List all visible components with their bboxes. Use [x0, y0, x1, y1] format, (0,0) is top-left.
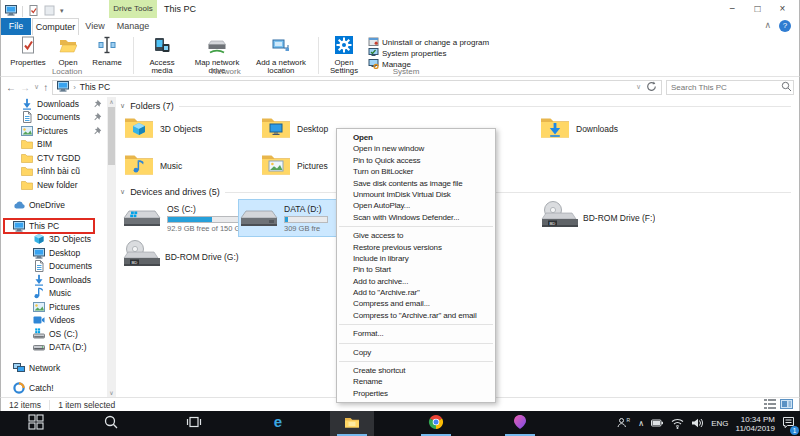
people-icon[interactable]: R — [617, 415, 631, 433]
action-center-icon[interactable]: 1 — [782, 415, 795, 433]
window-controls: −□× — [720, 0, 795, 18]
context-menu-item-open[interactable]: Open — [337, 132, 495, 143]
minimize-button[interactable]: − — [720, 0, 745, 18]
taskbar-edge-button[interactable]: e — [256, 411, 300, 436]
forward-icon[interactable]: → — [20, 82, 30, 93]
scroll-up-icon[interactable]: ∧ — [107, 98, 116, 105]
large-icons-view-icon[interactable] — [780, 399, 793, 411]
taskbar-paint3d-pin-button[interactable] — [498, 411, 542, 436]
context-menu-item-turn-on-bitlocker[interactable]: Turn on BitLocker — [337, 166, 495, 177]
language-indicator[interactable]: ENG — [711, 419, 728, 428]
sidebar-item-music[interactable]: Music — [1, 287, 116, 301]
context-menu-item-compress-and-email[interactable]: Compress and email... — [337, 298, 495, 309]
ribbon-group-system: Open SettingsUninstall or change a progr… — [319, 35, 493, 76]
help-icon[interactable]: ? — [779, 20, 791, 32]
sidebar-item-pictures[interactable]: Pictures — [1, 300, 116, 314]
taskbar-start-button[interactable] — [14, 411, 58, 436]
tab-view[interactable]: View — [80, 18, 110, 35]
folder-tile-music[interactable]: Music — [124, 150, 256, 182]
folder-tile-label: Pictures — [297, 161, 328, 171]
ribbon-button-rename[interactable]: Rename — [85, 36, 129, 67]
scroll-down-icon[interactable]: ∨ — [107, 389, 116, 396]
sidebar-item-videos[interactable]: Videos — [1, 314, 116, 328]
details-view-icon[interactable] — [764, 399, 776, 411]
context-menu-item-pin-to-quick-access[interactable]: Pin to Quick access — [337, 155, 495, 166]
taskbar-chrome-button[interactable] — [414, 411, 458, 436]
tab-manage[interactable]: Manage — [109, 18, 157, 35]
up-icon[interactable]: ↑ — [43, 82, 48, 93]
recent-locations-icon[interactable]: ∨ — [34, 83, 39, 91]
context-menu-item-save-disk-contents-as-image-file[interactable]: Save disk contents as image file — [337, 178, 495, 189]
sidebar-item-bim[interactable]: BIM — [1, 138, 116, 152]
drive-tile-bd-rom-drive-g[interactable]: BDBD-ROM Drive (G:) — [122, 238, 292, 276]
address-dropdown-icon[interactable]: ∨ — [636, 83, 641, 91]
tab-file[interactable]: File — [1, 18, 31, 35]
sidebar-item-new-folder[interactable]: New folder — [1, 178, 116, 192]
sidebar-scrollbar[interactable]: ∧∨ — [107, 97, 116, 397]
sidebar-item-data-d[interactable]: DATA (D:) — [1, 341, 116, 355]
context-menu-item-pin-to-start[interactable]: Pin to Start — [337, 264, 495, 275]
context-menu-item-create-shortcut[interactable]: Create shortcut — [337, 365, 495, 376]
context-menu-item-unmount-imdisk-virtual-disk[interactable]: Unmount ImDisk Virtual Disk — [337, 189, 495, 200]
context-menu-item-give-access-to[interactable]: Give access to — [337, 230, 495, 241]
sidebar-item-ctv-tgdd[interactable]: CTV TGDD — [1, 151, 116, 165]
maximize-button[interactable]: □ — [745, 0, 770, 18]
context-menu-item-include-in-library[interactable]: Include in library — [337, 253, 495, 264]
battery-icon[interactable] — [651, 415, 664, 433]
context-menu-item-open-in-new-window[interactable]: Open in new window — [337, 143, 495, 154]
context-menu-item-add-to-archive-rar[interactable]: Add to "Archive.rar" — [337, 287, 495, 298]
wifi-icon[interactable] — [671, 415, 684, 433]
search-box[interactable] — [666, 80, 794, 95]
collapse-folders-icon[interactable]: ∨ — [120, 102, 125, 110]
ribbon-button-properties[interactable]: Properties — [5, 36, 51, 67]
speaker-icon[interactable] — [691, 415, 704, 433]
sidebar-item-downloads[interactable]: Downloads — [1, 97, 116, 111]
taskbar-file-explorer-button[interactable] — [330, 411, 374, 436]
search-input[interactable] — [671, 83, 781, 92]
ribbon-button-system-properties[interactable]: System properties — [368, 48, 489, 58]
tab-computer[interactable]: Computer — [32, 18, 79, 35]
sidebar-item-documents[interactable]: Documents — [1, 260, 116, 274]
sidebar-item-downloads[interactable]: Downloads — [1, 273, 116, 287]
clock[interactable]: 10:34 PM 11/04/2019 — [736, 415, 775, 433]
sidebar-item-network[interactable]: Network — [1, 361, 116, 375]
sidebar-item-documents[interactable]: Documents — [1, 111, 116, 125]
close-button[interactable]: × — [770, 0, 795, 18]
folder-tile-downloads[interactable]: Downloads — [540, 113, 672, 145]
sidebar-item-pictures[interactable]: Pictures — [1, 124, 116, 138]
sidebar-item-os-c[interactable]: OS (C:) — [1, 327, 116, 341]
ribbon-button-open[interactable]: Open — [51, 36, 85, 67]
svg-text:e: e — [274, 414, 282, 430]
refresh-icon[interactable] — [646, 78, 657, 96]
context-menu-item-compress-to-archive-rar-and-email[interactable]: Compress to "Archive.rar" and email — [337, 310, 495, 321]
context-menu-item-copy[interactable]: Copy — [337, 347, 495, 358]
drive-tools-contextual-tab[interactable]: Drive Tools — [109, 0, 157, 18]
sidebar-item-onedrive[interactable]: OneDrive — [1, 199, 116, 213]
address-box[interactable]: › This PC ∨ — [52, 80, 662, 95]
breadcrumb[interactable]: This PC — [80, 82, 110, 92]
context-menu-item-restore-previous-versions[interactable]: Restore previous versions — [337, 242, 495, 253]
sidebar-item-catch[interactable]: Catch! — [1, 382, 116, 396]
taskbar-task-view-button[interactable] — [172, 411, 216, 436]
qat-dropdown-icon[interactable]: ▾ — [60, 7, 64, 15]
context-menu-item-properties[interactable]: Properties — [337, 388, 495, 399]
context-menu-item-scan-with-windows-defender[interactable]: Scan with Windows Defender... — [337, 212, 495, 223]
sidebar-item-desktop[interactable]: Desktop — [1, 246, 116, 260]
back-icon[interactable]: ← — [6, 82, 16, 93]
scrollbar-thumb[interactable] — [108, 107, 115, 165]
drive-tile-bd-rom-drive-f[interactable]: BDBD-ROM Drive (F:) — [540, 199, 710, 237]
folder-tile-3d-objects[interactable]: 3D Objects — [124, 113, 256, 145]
context-menu-item-rename[interactable]: Rename — [337, 376, 495, 387]
context-menu-item-format[interactable]: Format... — [337, 328, 495, 339]
sidebar-item-h-nh-b-i-c[interactable]: Hình bài cũ — [1, 165, 116, 179]
drive-tile-data-d[interactable]: DATA (D:)309 GB fre — [238, 199, 344, 237]
hidden-icons-chevron-icon[interactable]: ∧ — [638, 419, 644, 428]
taskbar-search-button[interactable] — [89, 411, 133, 436]
context-menu-item-open-autoplay[interactable]: Open AutoPlay... — [337, 200, 495, 211]
ribbon-button-uninstall-or-change-a-program[interactable]: Uninstall or change a program — [368, 37, 489, 47]
collapse-ribbon-icon[interactable]: ∧ — [764, 20, 771, 30]
collapse-drives-icon[interactable]: ∨ — [120, 188, 125, 196]
context-menu-item-add-to-archive[interactable]: Add to archive... — [337, 276, 495, 287]
sidebar-item-this-pc[interactable]: This PC — [1, 219, 116, 233]
sidebar-item-3d-objects[interactable]: 3D Objects — [1, 233, 116, 247]
